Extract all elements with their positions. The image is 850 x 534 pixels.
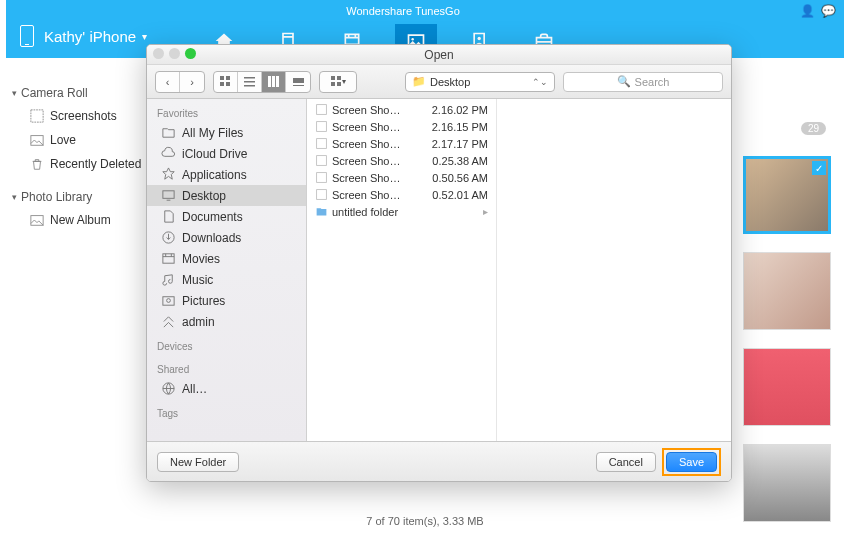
fav-pictures[interactable]: Pictures (147, 290, 306, 311)
file-columns: Screen Sho…2.16.02 PM Screen Sho…2.16.15… (307, 99, 731, 441)
svg-point-0 (411, 38, 414, 41)
back-button[interactable]: ‹ (156, 72, 180, 92)
fav-desktop[interactable]: Desktop (147, 185, 306, 206)
svg-rect-18 (337, 76, 341, 80)
chevron-down-icon: ▾ (142, 31, 147, 42)
group-camera-roll[interactable]: ▾Camera Roll (8, 82, 153, 104)
svg-rect-6 (226, 76, 230, 80)
new-folder-button[interactable]: New Folder (157, 452, 239, 472)
dialog-sidebar: Favorites All My Files iCloud Drive Appl… (147, 99, 307, 441)
cancel-button[interactable]: Cancel (596, 452, 656, 472)
icon-view-button[interactable] (214, 72, 238, 92)
search-icon: 🔍 (617, 75, 631, 88)
svg-rect-12 (268, 76, 271, 87)
svg-rect-27 (317, 105, 327, 115)
photo-thumb[interactable] (743, 252, 831, 330)
sidebar-item-love[interactable]: Love (8, 128, 153, 152)
dialog-toolbar: ‹ › ▾ 📁 Desktop ⌃⌄ 🔍 Search (147, 65, 731, 99)
fav-movies[interactable]: Movies (147, 248, 306, 269)
svg-rect-2 (31, 110, 43, 122)
file-row[interactable]: Screen Sho…2.16.15 PM (307, 118, 496, 135)
svg-rect-31 (317, 173, 327, 183)
svg-rect-28 (317, 122, 327, 132)
fav-documents[interactable]: Documents (147, 206, 306, 227)
svg-rect-11 (244, 85, 255, 87)
svg-point-1 (478, 37, 481, 40)
dialog-title: Open (424, 48, 453, 62)
dialog-footer: New Folder Cancel Save (147, 441, 731, 481)
svg-rect-20 (337, 82, 341, 86)
svg-rect-19 (331, 82, 335, 86)
svg-rect-21 (163, 191, 174, 199)
file-row[interactable]: Screen Sho…0.25.38 AM (307, 152, 496, 169)
forward-button[interactable]: › (180, 72, 204, 92)
svg-rect-9 (244, 77, 255, 79)
triangle-down-icon: ▾ (12, 88, 17, 98)
device-selector[interactable]: Kathy' iPhone ▾ (20, 25, 147, 47)
svg-rect-30 (317, 156, 327, 166)
file-row[interactable]: Screen Sho…0.52.01 AM (307, 186, 496, 203)
save-button[interactable]: Save (666, 452, 717, 472)
svg-rect-5 (220, 76, 224, 80)
album-sidebar: ▾Camera Roll Screenshots Love Recently D… (8, 82, 153, 232)
svg-rect-15 (293, 78, 304, 83)
open-dialog: Open ‹ › ▾ 📁 Desktop ⌃⌄ 🔍 Search Favorit… (146, 44, 732, 482)
file-column-empty[interactable] (497, 99, 731, 441)
fav-applications[interactable]: Applications (147, 164, 306, 185)
search-field[interactable]: 🔍 Search (563, 72, 723, 92)
fav-music[interactable]: Music (147, 269, 306, 290)
file-row[interactable]: Screen Sho…0.50.56 AM (307, 169, 496, 186)
feedback-icon[interactable]: 💬 (821, 4, 836, 18)
svg-rect-23 (163, 254, 174, 263)
user-icon[interactable]: 👤 (800, 4, 815, 18)
traffic-lights[interactable] (153, 48, 196, 59)
coverflow-view-button[interactable] (286, 72, 310, 92)
column-view-button[interactable] (262, 72, 286, 92)
svg-rect-29 (317, 139, 327, 149)
fav-icloud-drive[interactable]: iCloud Drive (147, 143, 306, 164)
list-view-button[interactable] (238, 72, 262, 92)
photo-thumb[interactable] (743, 444, 831, 522)
location-dropdown[interactable]: 📁 Desktop ⌃⌄ (405, 72, 555, 92)
location-label: Desktop (430, 76, 470, 88)
file-row[interactable]: Screen Sho…2.16.02 PM (307, 101, 496, 118)
svg-rect-14 (276, 76, 279, 87)
sidebar-item-new-album[interactable]: New Album (8, 208, 153, 232)
svg-rect-7 (220, 82, 224, 86)
photo-thumb[interactable] (743, 348, 831, 426)
nav-back-forward[interactable]: ‹ › (155, 71, 205, 93)
svg-rect-8 (226, 82, 230, 86)
folder-row[interactable]: untitled folder▸ (307, 203, 496, 220)
photo-thumb[interactable]: ✓ (743, 156, 831, 234)
file-column[interactable]: Screen Sho…2.16.02 PM Screen Sho…2.16.15… (307, 99, 497, 441)
svg-rect-17 (331, 76, 335, 80)
group-photo-library[interactable]: ▾Photo Library (8, 186, 153, 208)
svg-rect-16 (293, 85, 304, 86)
favorites-header: Favorites (147, 105, 306, 122)
status-bar: 7 of 70 item(s), 3.33 MB (0, 515, 850, 527)
fav-downloads[interactable]: Downloads (147, 227, 306, 248)
arrange-button[interactable]: ▾ (320, 72, 356, 92)
shared-header: Shared (147, 361, 306, 378)
devices-header: Devices (147, 338, 306, 355)
save-highlight: Save (662, 448, 721, 476)
fav-admin[interactable]: admin (147, 311, 306, 332)
chevron-right-icon: ▸ (483, 206, 488, 217)
view-mode-segment[interactable] (213, 71, 311, 93)
shared-all[interactable]: All… (147, 378, 306, 399)
svg-rect-10 (244, 81, 255, 83)
dropdown-arrows-icon: ⌃⌄ (532, 77, 548, 87)
fav-all-my-files[interactable]: All My Files (147, 122, 306, 143)
arrange-segment[interactable]: ▾ (319, 71, 357, 93)
file-row[interactable]: Screen Sho…2.17.17 PM (307, 135, 496, 152)
device-name: Kathy' iPhone (44, 28, 136, 45)
sidebar-item-recently-deleted[interactable]: Recently Deleted (8, 152, 153, 176)
phone-icon (20, 25, 34, 47)
check-icon: ✓ (812, 161, 826, 175)
tags-header: Tags (147, 405, 306, 422)
search-placeholder: Search (635, 76, 670, 88)
sidebar-item-screenshots[interactable]: Screenshots (8, 104, 153, 128)
svg-rect-32 (317, 190, 327, 200)
triangle-down-icon: ▾ (12, 192, 17, 202)
app-title: Wondershare TunesGo (6, 5, 800, 17)
